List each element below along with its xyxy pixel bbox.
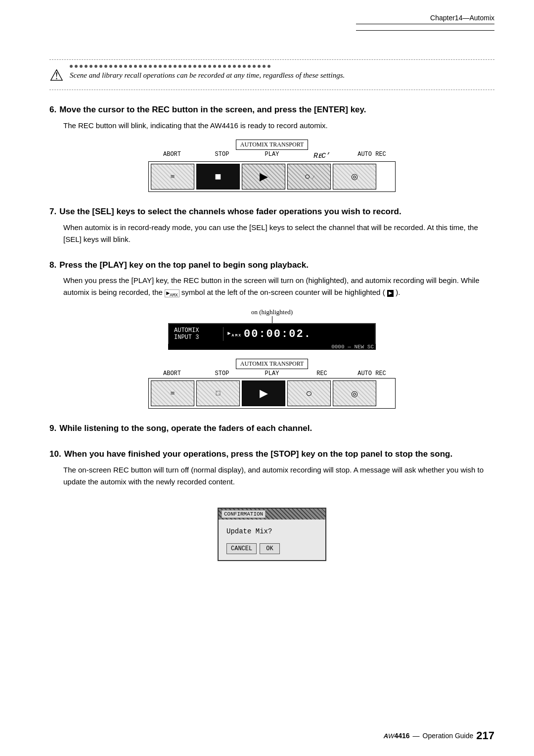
transport-diagram-2: AUTOMIX TRANSPORT ABORT STOP PLAY REC AU… <box>148 359 396 409</box>
warning-icon: ⚠ <box>49 66 64 85</box>
counter-display: AUTOMIX INPUT 3 ►AMX 00:00:02. <box>168 323 376 345</box>
chapter-title: Chapter14—Automix <box>430 14 494 22</box>
t2-btn-stop[interactable]: □ <box>196 380 240 406</box>
step-6-heading: 6.Move the cursor to the REC button in t… <box>49 104 494 116</box>
counter-label-group: on (highlighted) <box>168 308 376 323</box>
t1-btn-autorec[interactable]: ◎ <box>333 164 376 189</box>
step-6: 6.Move the cursor to the REC button in t… <box>49 104 494 192</box>
transport-diagram-1: AUTOMIX TRANSPORT ABORT STOP PLAY RᴇC’ A… <box>148 140 396 192</box>
warning-content: Scene and library recall operations can … <box>70 65 494 81</box>
confirm-title: CONFIRMATION <box>222 510 266 518</box>
counter-right: ►AMX 00:00:02. <box>223 327 312 341</box>
confirmation-dialog: CONFIRMATION Update Mix? CANCEL OK <box>218 508 326 561</box>
step-7: 7.Use the [SEL] keys to select the chann… <box>49 206 494 245</box>
t2-btn-rec[interactable]: ○ <box>287 380 331 406</box>
warning-text: Scene and library recall operations can … <box>70 70 494 81</box>
t2-btn-autorec[interactable]: ◎ <box>333 380 376 406</box>
transport-2-title: AUTOMIX TRANSPORT <box>236 359 309 369</box>
confirm-message: Update Mix? <box>226 527 317 535</box>
counter-automix-label: AUTOMIX <box>174 327 220 334</box>
step-8: 8.Press the [PLAY] key on the top panel … <box>49 259 494 409</box>
counter-arrow <box>272 316 272 323</box>
footer-logo: AW4416 <box>384 731 410 740</box>
page-footer: AW4416 — Operation Guide 217 <box>384 729 494 742</box>
t2-label-play: PLAY <box>250 370 294 377</box>
page-header: Chapter14—Automix <box>356 14 494 31</box>
t1-btn-rec[interactable]: ○ ⁄ <box>287 164 331 189</box>
t2-label-autorec: AUTO REC <box>350 370 394 377</box>
t2-label-stop: STOP <box>200 370 244 377</box>
t2-btn-play[interactable]: ▶ <box>242 380 285 406</box>
step-8-heading: 8.Press the [PLAY] key on the top panel … <box>49 259 494 271</box>
step-10-heading: 10.When you have finished your operation… <box>49 448 494 460</box>
cancel-button[interactable]: CANCEL <box>226 543 257 554</box>
confirm-body: Update Mix? CANCEL OK <box>219 520 325 560</box>
transport-1-title: AUTOMIX TRANSPORT <box>236 140 309 150</box>
transport-2-labels: ABORT STOP PLAY REC AUTO REC <box>148 369 396 378</box>
counter-label: on (highlighted) <box>251 308 293 316</box>
warning-box: ⚠ Scene and library recall operations ca… <box>49 59 494 90</box>
counter-input-label: INPUT 3 <box>174 334 220 341</box>
counter-section: on (highlighted) AUTOMIX INPUT 3 ►AMX 00… <box>168 308 376 350</box>
t2-label-abort: ABORT <box>150 370 194 377</box>
counter-left: AUTOMIX INPUT 3 <box>174 327 223 341</box>
step-10-body: The on-screen REC button will turn off (… <box>63 464 494 488</box>
footer-separator: — <box>413 732 420 740</box>
t1-btn-play[interactable]: ▶ <box>242 164 285 189</box>
step-9-heading: 9.While listening to the song, operate t… <box>49 423 494 434</box>
confirm-title-bar: CONFIRMATION <box>219 509 325 520</box>
step-7-heading: 7.Use the [SEL] keys to select the chann… <box>49 206 494 218</box>
t1-label-abort: ABORT <box>150 151 194 160</box>
t1-btn-abort[interactable]: ≡ <box>151 164 194 189</box>
t1-label-autorec: AUTO REC <box>350 151 394 160</box>
page-container: Chapter14—Automix ⚠ Scene and <box>0 0 534 756</box>
warning-dots-row <box>70 65 494 68</box>
step-9: 9.While listening to the song, operate t… <box>49 423 494 434</box>
t1-btn-stop[interactable]: ■ <box>196 164 240 189</box>
step-6-body: The REC button will blink, indicating th… <box>63 120 494 132</box>
counter-song-name: 0000 — NEW SC <box>331 344 374 350</box>
counter-time: 00:00:02 <box>244 328 304 340</box>
step-8-body: When you press the [PLAY] key, the REC b… <box>63 275 494 299</box>
t2-label-rec: REC <box>300 370 344 377</box>
footer-page-number: 217 <box>476 729 494 742</box>
t1-label-stop: STOP <box>200 151 244 160</box>
footer-subtitle: Operation Guide <box>423 732 474 740</box>
t1-label-play: PLAY <box>250 151 294 160</box>
transport-1-buttons: ≡ ■ ▶ ○ ⁄ ◎ <box>148 161 396 192</box>
transport-1-labels: ABORT STOP PLAY RᴇC’ AUTO REC <box>148 150 396 161</box>
ok-button[interactable]: OK <box>260 543 279 554</box>
step-10: 10.When you have finished your operation… <box>49 448 494 571</box>
confirm-buttons: CANCEL OK <box>226 543 317 554</box>
t2-btn-abort[interactable]: ≡ <box>151 380 194 406</box>
step-7-body: When automix is in record-ready mode, yo… <box>63 222 494 245</box>
t1-label-rec: RᴇC’ <box>300 151 344 160</box>
transport-2-buttons: ≡ □ ▶ ○ ◎ <box>148 378 396 409</box>
